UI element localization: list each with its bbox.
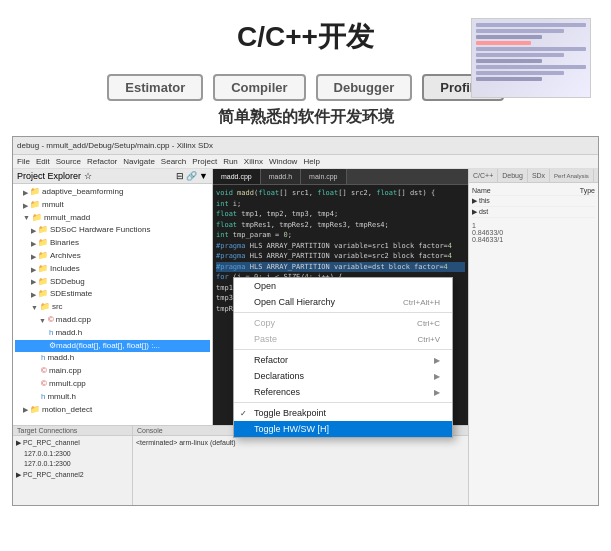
right-header-row: Name Type xyxy=(472,186,595,196)
tree-item-highlighted[interactable]: ⚙madd(float[], float[], float[]) :... xyxy=(15,340,210,353)
menu-refactor[interactable]: Refactor xyxy=(87,157,117,166)
bottom-right-content: <terminated> arm-linux (default) xyxy=(133,436,468,451)
filter-icon[interactable]: ▼ xyxy=(199,171,208,181)
right-tabs: C/C++ Debug SDx Perf Analysis xyxy=(469,169,598,183)
tree-item[interactable]: ▶📁SDEstimate xyxy=(15,288,210,301)
ctx-toggle-hw-sw[interactable]: Toggle HW/SW [H] xyxy=(234,421,452,437)
code-line: int i; xyxy=(216,199,465,210)
tab-estimator[interactable]: Estimator xyxy=(107,74,203,101)
right-tab-sdx[interactable]: SDx xyxy=(528,169,550,182)
preview-image xyxy=(471,18,591,98)
menu-project[interactable]: Project xyxy=(192,157,217,166)
ctx-open[interactable]: Open xyxy=(234,278,452,294)
ctx-declarations[interactable]: Declarations ▶ xyxy=(234,368,452,384)
explorer-header: Project Explorer ☆ ⊟ 🔗 ▼ xyxy=(13,169,212,184)
ctx-separator xyxy=(234,402,452,403)
menu-navigate[interactable]: Navigate xyxy=(123,157,155,166)
code-line: int tmp_param = 0; xyxy=(216,230,465,241)
ide-area: debug - mmult_add/Debug/Setup/main.cpp -… xyxy=(12,136,599,506)
tree-item[interactable]: ▶📁Includes xyxy=(15,263,210,276)
tree-item[interactable]: ©mmult.cpp xyxy=(15,378,210,391)
code-line: float tmp1, tmp2, tmp3, tmp4; xyxy=(216,209,465,220)
right-data-row: ▶ dst xyxy=(472,207,595,218)
code-line-highlighted: #pragma HLS ARRAY_PARTITION variable=dst… xyxy=(216,262,465,273)
tree-item[interactable]: ▶📁SDDebug xyxy=(15,276,210,289)
right-tab-debug[interactable]: Debug xyxy=(498,169,528,182)
right-tab-perf[interactable]: Perf Analysis xyxy=(550,169,594,182)
tree-item[interactable]: ▼📁src xyxy=(15,301,210,314)
tree-item[interactable]: ▶📁Archives xyxy=(15,250,210,263)
right-data-row: ▶ this xyxy=(472,196,595,207)
console-line: <terminated> arm-linux (default) xyxy=(136,438,465,449)
tab-compiler[interactable]: Compiler xyxy=(213,74,305,101)
tree-item[interactable]: ▶📁mmult xyxy=(15,199,210,212)
right-panel: C/C++ Debug SDx Perf Analysis Name Type … xyxy=(468,169,598,505)
connection-item: 127.0.0.1:2300 xyxy=(16,459,129,470)
target-connections-panel: Target Connections ▶ PC_RPC_channel 127.… xyxy=(13,426,133,505)
connection-item[interactable]: ▶ PC_RPC_channel xyxy=(16,438,129,449)
editor-tab-main-cpp[interactable]: main.cpp xyxy=(301,169,346,184)
menu-file[interactable]: File xyxy=(17,157,30,166)
collapse-icon[interactable]: ⊟ xyxy=(176,171,184,181)
menu-edit[interactable]: Edit xyxy=(36,157,50,166)
col-name: Name xyxy=(472,187,491,194)
ctx-open-call-hierarchy[interactable]: Open Call Hierarchy Ctrl+Alt+H xyxy=(234,294,452,310)
check-icon: ✓ xyxy=(240,409,247,418)
tree-item[interactable]: ▶📁Binaries xyxy=(15,237,210,250)
editor-tab-madd-cpp[interactable]: madd.cpp xyxy=(213,169,261,184)
ctx-references[interactable]: References ▶ xyxy=(234,384,452,400)
code-line: float tmpRes1, tmpRes2, tmpRes3, tmpRes4… xyxy=(216,220,465,231)
perf-row: 0.84633/0 xyxy=(472,229,595,236)
bottom-left-content: ▶ PC_RPC_channel 127.0.0.1:2300 127.0.0.… xyxy=(13,436,132,482)
tab-debugger[interactable]: Debugger xyxy=(316,74,413,101)
ctx-copy[interactable]: Copy Ctrl+C xyxy=(234,315,452,331)
tree-item[interactable]: ▶📁motion_detect xyxy=(15,404,210,417)
tree-item[interactable]: ▼©madd.cpp xyxy=(15,314,210,327)
explorer-tree: ▶📁adaptive_beamforming ▶📁mmult ▼📁mmult_m… xyxy=(13,184,212,418)
context-menu: Open Open Call Hierarchy Ctrl+Alt+H Copy… xyxy=(233,277,453,438)
col-type: Type xyxy=(580,187,595,194)
code-line: #pragma HLS ARRAY_PARTITION variable=src… xyxy=(216,241,465,252)
tree-item[interactable]: ©main.cpp xyxy=(15,365,210,378)
right-content: Name Type ▶ this ▶ dst 1 0.84633/0 0 xyxy=(469,183,598,246)
menu-help[interactable]: Help xyxy=(303,157,319,166)
ctx-toggle-breakpoint[interactable]: ✓ Toggle Breakpoint xyxy=(234,405,452,421)
subtitle: 简单熟悉的软件开发环境 xyxy=(0,107,611,128)
tree-item[interactable]: ▶📁SDSoC Hardware Functions xyxy=(15,224,210,237)
ide-menu-bar: File Edit Source Refactor Navigate Searc… xyxy=(13,155,598,169)
bottom-tab-target[interactable]: Target Connections xyxy=(13,426,132,436)
menu-source[interactable]: Source xyxy=(56,157,81,166)
tree-item[interactable]: hmmult.h xyxy=(15,391,210,404)
connection-item: 127.0.0.1:2300 xyxy=(16,449,129,460)
ide-toolbar-text: debug - mmult_add/Debug/Setup/main.cpp -… xyxy=(17,141,213,150)
perf-row: 0.84633/1 xyxy=(472,236,595,243)
perf-data: 1 0.84633/0 0.84633/1 xyxy=(472,222,595,243)
tree-item[interactable]: ▼📁mmult_madd xyxy=(15,212,210,225)
ide-toolbar: debug - mmult_add/Debug/Setup/main.cpp -… xyxy=(13,137,598,155)
right-tab-cc[interactable]: C/C++ xyxy=(469,169,498,182)
editor-tab-madd-h[interactable]: madd.h xyxy=(261,169,301,184)
row-this: ▶ this xyxy=(472,197,490,205)
ctx-separator xyxy=(234,349,452,350)
ctx-paste[interactable]: Paste Ctrl+V xyxy=(234,331,452,347)
menu-run[interactable]: Run xyxy=(223,157,238,166)
menu-search[interactable]: Search xyxy=(161,157,186,166)
menu-xilinx[interactable]: Xilinx xyxy=(244,157,263,166)
code-line: void madd(float[] src1, float[] src2, fl… xyxy=(216,188,465,199)
editor-tabs: madd.cpp madd.h main.cpp xyxy=(213,169,468,185)
code-line: #pragma HLS ARRAY_PARTITION variable=src… xyxy=(216,251,465,262)
connection-item[interactable]: ▶ PC_RPC_channel2 xyxy=(16,470,129,481)
menu-window[interactable]: Window xyxy=(269,157,297,166)
perf-row: 1 xyxy=(472,222,595,229)
explorer-title: Project Explorer ☆ xyxy=(17,171,92,181)
tree-item[interactable]: hmadd.h xyxy=(15,352,210,365)
ctx-separator xyxy=(234,312,452,313)
link-icon[interactable]: 🔗 xyxy=(186,171,197,181)
row-dst: ▶ dst xyxy=(472,208,488,216)
ctx-refactor[interactable]: Refactor ▶ xyxy=(234,352,452,368)
tree-item[interactable]: hmadd.h xyxy=(15,327,210,340)
tree-item[interactable]: ▶📁adaptive_beamforming xyxy=(15,186,210,199)
